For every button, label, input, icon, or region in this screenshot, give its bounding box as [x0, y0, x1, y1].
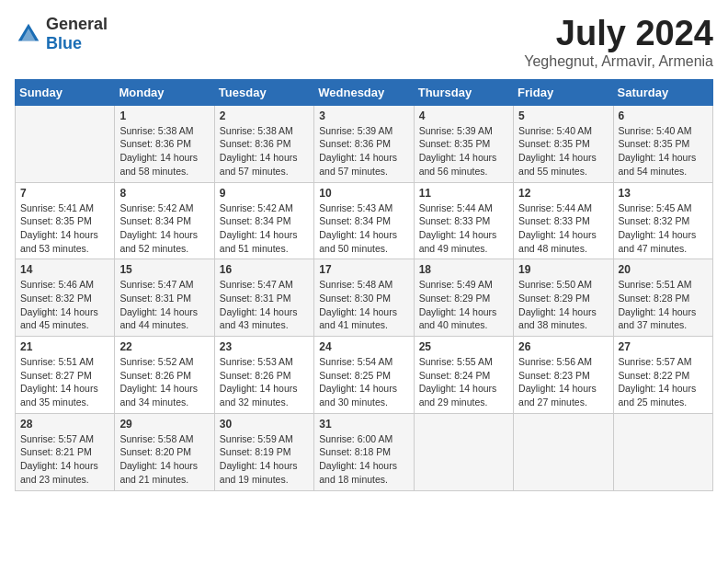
weekday-header-saturday: Saturday	[613, 79, 712, 105]
day-number: 3	[319, 109, 408, 122]
cell-info: Sunrise: 5:47 AMSunset: 8:31 PMDaylight:…	[119, 279, 198, 330]
cell-info: Sunrise: 5:41 AMSunset: 8:35 PMDaylight:…	[20, 202, 98, 254]
weekday-header-wednesday: Wednesday	[314, 79, 414, 105]
calendar-cell: 25Sunrise: 5:55 AMSunset: 8:24 PMDayligh…	[414, 337, 513, 414]
calendar-cell: 24Sunrise: 5:54 AMSunset: 8:25 PMDayligh…	[314, 337, 414, 414]
calendar-cell: 3Sunrise: 5:39 AMSunset: 8:36 PMDaylight…	[314, 105, 414, 182]
day-number: 12	[518, 187, 608, 200]
day-number: 1	[119, 109, 209, 122]
calendar-cell: 13Sunrise: 5:45 AMSunset: 8:32 PMDayligh…	[613, 182, 712, 259]
cell-info: Sunrise: 5:57 AMSunset: 8:21 PMDaylight:…	[20, 433, 98, 485]
calendar-cell: 8Sunrise: 5:42 AMSunset: 8:34 PMDaylight…	[115, 182, 214, 259]
cell-info: Sunrise: 6:00 AMSunset: 8:18 PMDaylight:…	[319, 433, 397, 485]
calendar-cell	[613, 413, 712, 490]
cell-info: Sunrise: 5:45 AMSunset: 8:32 PMDaylight:…	[619, 202, 697, 254]
cell-info: Sunrise: 5:40 AMSunset: 8:35 PMDaylight:…	[619, 125, 697, 177]
day-number: 18	[419, 263, 508, 276]
logo-blue: Blue	[46, 34, 82, 52]
cell-info: Sunrise: 5:44 AMSunset: 8:33 PMDaylight:…	[518, 202, 597, 254]
calendar-cell: 18Sunrise: 5:49 AMSunset: 8:29 PMDayligh…	[414, 259, 513, 337]
day-number: 17	[319, 263, 408, 276]
cell-info: Sunrise: 5:50 AMSunset: 8:29 PMDaylight:…	[518, 279, 597, 330]
day-number: 19	[518, 263, 608, 276]
cell-info: Sunrise: 5:51 AMSunset: 8:28 PMDaylight:…	[619, 279, 697, 330]
calendar-cell: 23Sunrise: 5:53 AMSunset: 8:26 PMDayligh…	[214, 337, 313, 414]
day-number: 9	[220, 187, 309, 200]
cell-info: Sunrise: 5:42 AMSunset: 8:34 PMDaylight:…	[220, 202, 298, 254]
calendar-cell: 26Sunrise: 5:56 AMSunset: 8:23 PMDayligh…	[514, 337, 613, 414]
day-number: 5	[518, 109, 608, 122]
day-number: 4	[419, 109, 508, 122]
calendar-cell	[514, 413, 613, 490]
day-number: 6	[619, 109, 708, 122]
day-number: 20	[619, 263, 708, 276]
cell-info: Sunrise: 5:44 AMSunset: 8:33 PMDaylight:…	[419, 202, 497, 254]
cell-info: Sunrise: 5:53 AMSunset: 8:26 PMDaylight:…	[220, 356, 298, 408]
calendar-cell: 17Sunrise: 5:48 AMSunset: 8:30 PMDayligh…	[314, 259, 414, 337]
day-number: 8	[119, 187, 209, 200]
day-number: 21	[20, 340, 109, 353]
calendar-cell: 21Sunrise: 5:51 AMSunset: 8:27 PMDayligh…	[16, 337, 115, 414]
cell-info: Sunrise: 5:51 AMSunset: 8:27 PMDaylight:…	[20, 356, 98, 408]
day-number: 14	[20, 263, 109, 276]
day-number: 15	[119, 263, 209, 276]
calendar-cell: 9Sunrise: 5:42 AMSunset: 8:34 PMDaylight…	[214, 182, 313, 259]
week-row-5: 28Sunrise: 5:57 AMSunset: 8:21 PMDayligh…	[16, 413, 713, 490]
cell-info: Sunrise: 5:39 AMSunset: 8:36 PMDaylight:…	[319, 125, 397, 177]
week-row-2: 7Sunrise: 5:41 AMSunset: 8:35 PMDaylight…	[16, 182, 713, 259]
calendar-cell: 14Sunrise: 5:46 AMSunset: 8:32 PMDayligh…	[16, 259, 115, 337]
day-number: 28	[20, 418, 109, 431]
calendar-cell: 6Sunrise: 5:40 AMSunset: 8:35 PMDaylight…	[613, 105, 712, 182]
cell-info: Sunrise: 5:49 AMSunset: 8:29 PMDaylight:…	[419, 279, 497, 330]
calendar-cell: 7Sunrise: 5:41 AMSunset: 8:35 PMDaylight…	[16, 182, 115, 259]
day-number: 26	[518, 340, 608, 353]
cell-info: Sunrise: 5:56 AMSunset: 8:23 PMDaylight:…	[518, 356, 597, 408]
calendar-cell: 12Sunrise: 5:44 AMSunset: 8:33 PMDayligh…	[514, 182, 613, 259]
cell-info: Sunrise: 5:43 AMSunset: 8:34 PMDaylight:…	[319, 202, 397, 254]
day-number: 29	[119, 418, 209, 431]
day-number: 27	[619, 340, 708, 353]
day-number: 23	[220, 340, 309, 353]
day-number: 11	[419, 187, 508, 200]
calendar-cell: 27Sunrise: 5:57 AMSunset: 8:22 PMDayligh…	[613, 337, 712, 414]
week-row-1: 1Sunrise: 5:38 AMSunset: 8:36 PMDaylight…	[16, 105, 713, 182]
logo: General Blue	[15, 15, 108, 53]
month-title: July 2024	[524, 15, 713, 53]
day-number: 13	[619, 187, 708, 200]
cell-info: Sunrise: 5:38 AMSunset: 8:36 PMDaylight:…	[220, 125, 298, 177]
cell-info: Sunrise: 5:57 AMSunset: 8:22 PMDaylight:…	[619, 356, 697, 408]
day-number: 25	[419, 340, 508, 353]
cell-info: Sunrise: 5:40 AMSunset: 8:35 PMDaylight:…	[518, 125, 597, 177]
calendar-cell: 19Sunrise: 5:50 AMSunset: 8:29 PMDayligh…	[514, 259, 613, 337]
day-number: 24	[319, 340, 408, 353]
calendar-cell: 31Sunrise: 6:00 AMSunset: 8:18 PMDayligh…	[314, 413, 414, 490]
weekday-header-sunday: Sunday	[16, 79, 115, 105]
calendar-cell: 10Sunrise: 5:43 AMSunset: 8:34 PMDayligh…	[314, 182, 414, 259]
calendar-cell: 11Sunrise: 5:44 AMSunset: 8:33 PMDayligh…	[414, 182, 513, 259]
day-number: 22	[119, 340, 209, 353]
cell-info: Sunrise: 5:55 AMSunset: 8:24 PMDaylight:…	[419, 356, 497, 408]
calendar-cell	[16, 105, 115, 182]
calendar-cell: 15Sunrise: 5:47 AMSunset: 8:31 PMDayligh…	[115, 259, 214, 337]
cell-info: Sunrise: 5:42 AMSunset: 8:34 PMDaylight:…	[119, 202, 198, 254]
calendar-cell: 16Sunrise: 5:47 AMSunset: 8:31 PMDayligh…	[214, 259, 313, 337]
calendar-cell: 4Sunrise: 5:39 AMSunset: 8:35 PMDaylight…	[414, 105, 513, 182]
title-area: July 2024 Yeghegnut, Armavir, Armenia	[524, 15, 713, 70]
weekday-header-monday: Monday	[115, 79, 214, 105]
day-number: 10	[319, 187, 408, 200]
day-number: 2	[220, 109, 309, 122]
cell-info: Sunrise: 5:48 AMSunset: 8:30 PMDaylight:…	[319, 279, 397, 330]
calendar-cell: 28Sunrise: 5:57 AMSunset: 8:21 PMDayligh…	[16, 413, 115, 490]
calendar-cell: 2Sunrise: 5:38 AMSunset: 8:36 PMDaylight…	[214, 105, 313, 182]
calendar-cell: 1Sunrise: 5:38 AMSunset: 8:36 PMDaylight…	[115, 105, 214, 182]
cell-info: Sunrise: 5:59 AMSunset: 8:19 PMDaylight:…	[220, 433, 298, 485]
weekday-header-thursday: Thursday	[414, 79, 513, 105]
location-title: Yeghegnut, Armavir, Armenia	[524, 53, 713, 70]
calendar-cell: 5Sunrise: 5:40 AMSunset: 8:35 PMDaylight…	[514, 105, 613, 182]
day-number: 7	[20, 187, 109, 200]
weekday-header-tuesday: Tuesday	[214, 79, 313, 105]
cell-info: Sunrise: 5:54 AMSunset: 8:25 PMDaylight:…	[319, 356, 397, 408]
day-number: 31	[319, 418, 408, 431]
header: General Blue July 2024 Yeghegnut, Armavi…	[15, 15, 713, 70]
cell-info: Sunrise: 5:47 AMSunset: 8:31 PMDaylight:…	[220, 279, 298, 330]
